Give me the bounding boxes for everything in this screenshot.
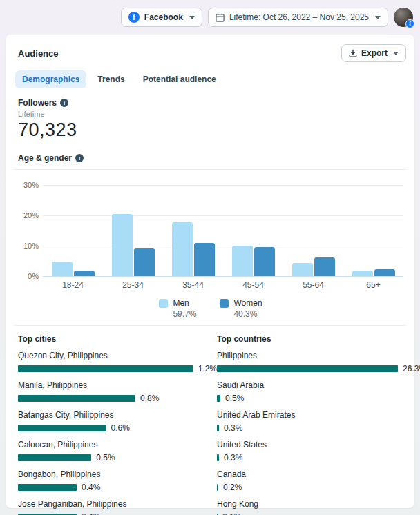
tab-potential-audience[interactable]: Potential audience [136, 70, 223, 88]
bar-label: Jose Panganiban, Philippines [18, 499, 217, 509]
bar-line: 1.2% [18, 364, 217, 373]
bar-label: Quezon City, Philippines [18, 351, 217, 360]
chart-legend: Men59.7%Women40.3% [18, 298, 403, 319]
bar-value: 26.3% [403, 364, 420, 373]
bar-label: Hong Kong [217, 499, 420, 509]
bar-label: Philippines [217, 351, 420, 360]
bar-manila-philippines[interactable] [18, 395, 135, 402]
x-tick-label: 25-34 [103, 280, 163, 290]
date-range-button[interactable]: Lifetime: Oct 26, 2022 – Nov 25, 2025 [208, 8, 388, 27]
gridline-0% [43, 276, 403, 277]
export-button[interactable]: Export [341, 44, 406, 62]
bar-men-45-54[interactable] [232, 246, 253, 276]
bar-line: 0.5% [217, 393, 420, 403]
audience-card: Audience Export DemographicsTrendsPotent… [6, 35, 414, 508]
list-item: Caloocan, Philippines0.5% [18, 440, 217, 463]
bar-women-45-54[interactable] [254, 247, 275, 276]
bar-group-35-44 [163, 185, 223, 276]
x-tick-label: 45-54 [223, 280, 283, 290]
divider [14, 169, 406, 170]
age-gender-chart: 0%10%20%30% 18-2425-3435-4445-5455-6465+… [18, 185, 403, 319]
bar-groups [43, 185, 403, 276]
bar-group-25-34 [103, 185, 163, 276]
chevron-down-icon [189, 16, 195, 19]
audience-tabs: DemographicsTrendsPotential audience [15, 70, 406, 88]
bar-caloocan-philippines[interactable] [18, 454, 91, 461]
age-gender-title-label: Age & gender [18, 153, 72, 163]
bar-value: 0.3% [224, 453, 242, 463]
legend-item-women[interactable]: Women40.3% [220, 298, 262, 319]
bar-united-states[interactable] [217, 454, 219, 461]
list-item: Canada0.2% [217, 469, 420, 492]
bar-women-55-64[interactable] [314, 258, 335, 276]
bar-saudi-arabia[interactable] [217, 395, 220, 402]
bar-label: Bongabon, Philippines [18, 469, 217, 479]
bar-men-25-34[interactable] [112, 214, 133, 276]
facebook-icon: f [128, 12, 140, 23]
top-countries-list: Philippines26.3%Saudi Arabia0.5%United A… [217, 351, 420, 515]
legend-series-share: 40.3% [233, 309, 262, 319]
bar-label: Batangas City, Philippines [18, 410, 217, 420]
bar-value: 0.5% [225, 393, 244, 403]
list-item: Philippines26.3% [217, 351, 420, 373]
x-tick-label: 18-24 [43, 280, 103, 290]
bar-philippines[interactable] [217, 365, 398, 372]
bar-line: 0.6% [18, 423, 217, 433]
tab-trends[interactable]: Trends [90, 70, 131, 88]
info-icon[interactable]: i [75, 154, 84, 162]
tab-demographics[interactable]: Demographics [15, 70, 86, 88]
legend-series-share: 59.7% [173, 309, 196, 319]
chart-x-axis: 18-2425-3435-4445-5455-6465+ [43, 280, 403, 290]
list-item: Batangas City, Philippines0.6% [18, 410, 217, 433]
bar-group-45-54 [223, 185, 283, 276]
top-cities-section: Top cities Quezon City, Philippines1.2%M… [18, 334, 217, 515]
x-tick-label: 65+ [343, 280, 403, 290]
age-gender-title: Age & gender i [18, 153, 406, 163]
bar-batangas-city-philippines[interactable] [18, 425, 106, 431]
bar-label: United Arab Emirates [217, 410, 420, 420]
list-item: Jose Panganiban, Philippines0.4% [18, 499, 217, 515]
info-icon[interactable]: i [60, 99, 68, 107]
export-button-label: Export [361, 48, 388, 58]
bar-value: 0.8% [140, 393, 159, 403]
y-tick-label: 20% [23, 211, 39, 220]
bar-value: 0.5% [96, 453, 115, 463]
bar-bongabon-philippines[interactable] [18, 484, 77, 491]
bar-value: 0.6% [111, 423, 130, 433]
legend-item-men[interactable]: Men59.7% [159, 298, 196, 319]
top-bar: f Facebook Lifetime: Oct 26, 2022 – Nov … [0, 0, 420, 35]
top-countries-title: Top countries [217, 334, 420, 344]
bar-value: 0.3% [224, 423, 242, 433]
top-cities-title: Top cities [18, 334, 217, 344]
bar-line: 0.4% [18, 512, 217, 515]
bar-women-65+[interactable] [374, 269, 395, 276]
list-item: Hong Kong0.1% [217, 499, 420, 515]
download-icon [349, 49, 357, 57]
bar-women-35-44[interactable] [194, 243, 215, 276]
platform-selector-button[interactable]: f Facebook [121, 8, 202, 27]
bar-line: 0.3% [217, 453, 420, 463]
bar-men-55-64[interactable] [292, 263, 313, 276]
bar-label: Canada [217, 469, 420, 479]
bar-canada[interactable] [217, 484, 218, 491]
bar-united-arab-emirates[interactable] [217, 425, 219, 431]
bar-quezon-city-philippines[interactable] [18, 365, 193, 372]
bar-men-65+[interactable] [352, 271, 373, 276]
legend-series-name: Women [233, 298, 262, 308]
y-tick-label: 30% [23, 181, 39, 189]
bar-women-25-34[interactable] [134, 248, 155, 276]
date-range-label: Lifetime: Oct 26, 2022 – Nov 25, 2025 [229, 12, 369, 22]
bar-women-18-24[interactable] [74, 271, 95, 276]
bar-line: 0.1% [217, 512, 420, 515]
bar-men-35-44[interactable] [172, 222, 193, 276]
legend-text: Women40.3% [233, 298, 262, 319]
list-item: Quezon City, Philippines1.2% [18, 351, 217, 373]
profile-avatar[interactable]: f [394, 8, 413, 27]
bar-line: 0.4% [18, 483, 217, 492]
list-item: United States0.3% [217, 440, 420, 463]
bar-line: 0.8% [18, 393, 217, 403]
x-tick-label: 55-64 [283, 280, 343, 290]
bar-line: 0.5% [18, 453, 217, 463]
bar-men-18-24[interactable] [52, 262, 73, 276]
x-tick-label: 35-44 [163, 280, 223, 290]
